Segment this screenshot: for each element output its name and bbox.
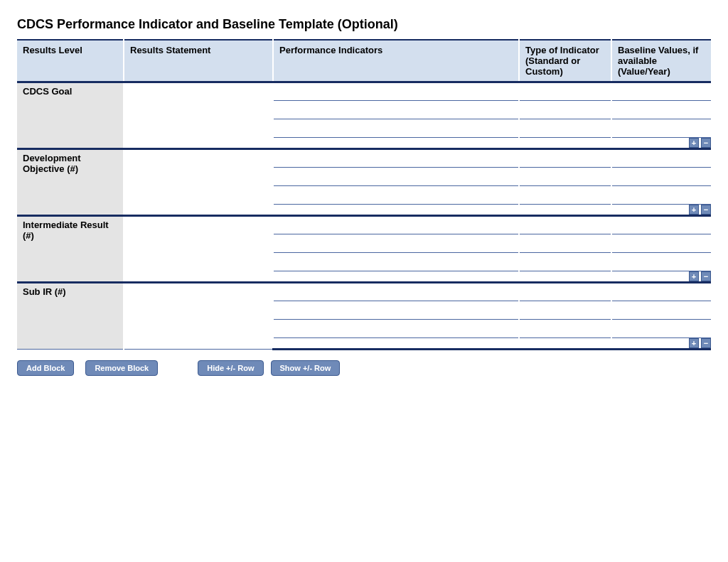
type-cell[interactable] xyxy=(519,149,611,168)
indicator-cell[interactable] xyxy=(273,119,519,138)
remove-row-button[interactable]: − xyxy=(701,271,711,281)
baseline-cell[interactable] xyxy=(611,186,711,205)
type-cell[interactable] xyxy=(519,82,611,101)
show-row-button[interactable]: Show +/- Row xyxy=(271,360,341,376)
type-cell[interactable] xyxy=(519,216,611,234)
col-baseline-values: Baseline Values, if available (Value/Yea… xyxy=(611,40,711,82)
remove-row-button[interactable]: − xyxy=(701,205,711,215)
statement-cell[interactable] xyxy=(124,149,273,216)
table-row: Development Objective (#) xyxy=(17,149,711,168)
statement-cell[interactable] xyxy=(124,82,273,149)
hide-row-button[interactable]: Hide +/- Row xyxy=(198,360,263,376)
statement-cell[interactable] xyxy=(124,216,273,283)
level-label: CDCS Goal xyxy=(17,82,124,149)
indicator-cell[interactable] xyxy=(273,320,519,338)
indicator-cell[interactable] xyxy=(273,82,519,101)
page-title: CDCS Performance Indicator and Baseline … xyxy=(17,17,711,32)
type-cell[interactable] xyxy=(519,119,611,138)
indicator-cell[interactable] xyxy=(273,301,519,320)
type-cell[interactable] xyxy=(519,301,611,320)
table-row: Intermediate Result (#) xyxy=(17,216,711,234)
remove-row-button[interactable]: − xyxy=(701,338,711,348)
level-label: Sub IR (#) xyxy=(17,283,124,350)
indicator-cell[interactable] xyxy=(273,283,519,301)
col-type-indicator: Type of Indicator (Standard or Custom) xyxy=(519,40,611,82)
indicator-cell[interactable] xyxy=(273,253,519,271)
add-row-button[interactable]: + xyxy=(689,138,699,148)
type-cell[interactable] xyxy=(519,320,611,338)
level-label: Development Objective (#) xyxy=(17,149,124,216)
baseline-cell[interactable] xyxy=(611,149,711,168)
baseline-cell[interactable] xyxy=(611,253,711,271)
baseline-cell[interactable] xyxy=(611,82,711,101)
col-performance-ind: Performance Indicators xyxy=(273,40,519,82)
type-cell[interactable] xyxy=(519,234,611,253)
col-results-level: Results Level xyxy=(17,40,124,82)
indicator-cell[interactable] xyxy=(273,216,519,234)
type-cell[interactable] xyxy=(519,186,611,205)
remove-row-button[interactable]: − xyxy=(701,138,711,148)
type-cell[interactable] xyxy=(519,283,611,301)
table-row: CDCS Goal xyxy=(17,82,711,101)
statement-cell[interactable] xyxy=(124,283,273,350)
baseline-cell[interactable] xyxy=(611,301,711,320)
indicator-cell[interactable] xyxy=(273,149,519,168)
indicator-table: Results Level Results Statement Performa… xyxy=(17,39,711,350)
add-row-button[interactable]: + xyxy=(689,338,699,348)
indicator-cell[interactable] xyxy=(273,101,519,119)
add-row-button[interactable]: + xyxy=(689,271,699,281)
baseline-cell[interactable] xyxy=(611,216,711,234)
baseline-cell[interactable] xyxy=(611,119,711,138)
col-results-statement: Results Statement xyxy=(124,40,273,82)
type-cell[interactable] xyxy=(519,253,611,271)
baseline-cell[interactable] xyxy=(611,234,711,253)
baseline-cell[interactable] xyxy=(611,320,711,338)
level-label: Intermediate Result (#) xyxy=(17,216,124,283)
table-row: Sub IR (#) xyxy=(17,283,711,301)
toolbar: Add Block Remove Block Hide +/- Row Show… xyxy=(17,360,711,376)
add-block-button[interactable]: Add Block xyxy=(17,360,74,376)
baseline-cell[interactable] xyxy=(611,101,711,119)
indicator-cell[interactable] xyxy=(273,186,519,205)
indicator-cell[interactable] xyxy=(273,234,519,253)
indicator-cell[interactable] xyxy=(273,168,519,186)
type-cell[interactable] xyxy=(519,168,611,186)
baseline-cell[interactable] xyxy=(611,283,711,301)
remove-block-button[interactable]: Remove Block xyxy=(85,360,158,376)
add-row-button[interactable]: + xyxy=(689,205,699,215)
baseline-cell[interactable] xyxy=(611,168,711,186)
type-cell[interactable] xyxy=(519,101,611,119)
